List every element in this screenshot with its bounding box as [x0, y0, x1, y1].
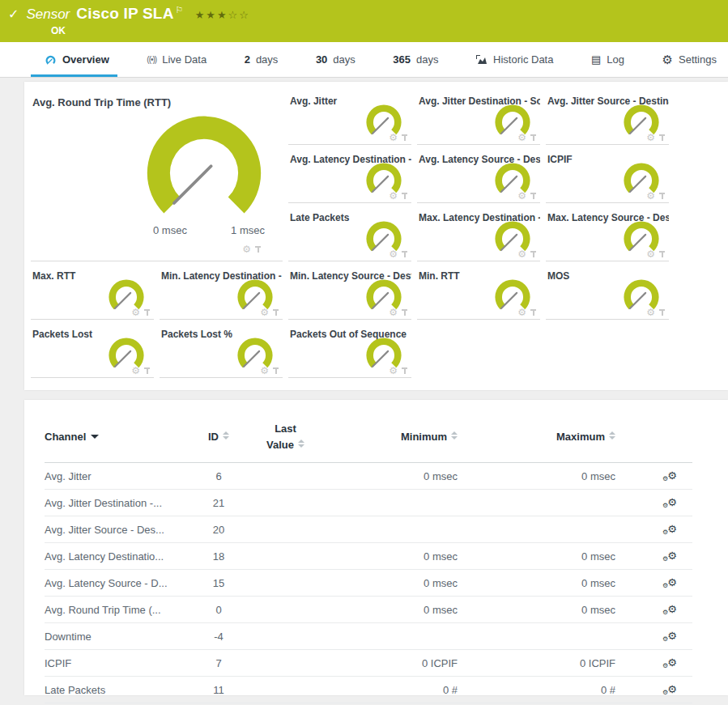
tab-bar: Overview ((•)) Live Data 2 days 30 days …	[0, 42, 728, 78]
sort-icon	[223, 431, 229, 440]
tab-settings[interactable]: ⚙ Settings	[662, 42, 717, 77]
tab-label: days	[416, 53, 438, 66]
priority-stars[interactable]: ★★★☆☆	[195, 9, 250, 21]
gear-icon[interactable]: ⚙	[389, 191, 398, 201]
gauge-tile[interactable]: Avg. Latency Source - Destin...⚙	[417, 150, 540, 203]
gear-icon[interactable]: ⚙	[646, 249, 655, 259]
gear-icon[interactable]: ⚙	[131, 366, 140, 376]
gear-icon[interactable]: ⚙	[260, 366, 269, 376]
gear-icon[interactable]: ⚙	[646, 308, 655, 317]
gauge-tile[interactable]: Avg. Latency Destination - So...⚙	[288, 150, 411, 203]
pin-icon[interactable]	[530, 250, 537, 258]
gear-icon[interactable]: ⚙	[646, 191, 655, 201]
pin-icon[interactable]	[143, 308, 151, 316]
edit-channel-gears-icon[interactable]: ⚙⚙	[662, 604, 677, 616]
gauge-title: Avg. Round Trip Time (RTT)	[31, 91, 283, 108]
gear-icon[interactable]: ⚙	[517, 308, 526, 317]
pin-icon[interactable]	[272, 308, 279, 316]
channel-last-value	[247, 570, 324, 597]
column-header-maximum[interactable]: Maximum	[458, 411, 615, 463]
gauge-tile[interactable]: Avg. Jitter Destination - Source⚙	[417, 91, 540, 145]
column-header-last-value[interactable]: Last Value	[247, 411, 324, 463]
channel-last-value	[247, 543, 324, 570]
edit-channel-gears-icon[interactable]: ⚙⚙	[662, 684, 677, 696]
pin-icon[interactable]	[530, 192, 537, 200]
edit-channel-gears-icon[interactable]: ⚙⚙	[662, 524, 677, 536]
pin-icon[interactable]	[530, 308, 537, 316]
gauge-tile[interactable]: Max. Latency Source - Destin...⚙	[546, 208, 669, 261]
pin-icon[interactable]	[658, 250, 666, 258]
column-header-channel[interactable]: Channel	[45, 411, 190, 463]
gauge-chart	[233, 275, 277, 312]
tab-overview[interactable]: Overview	[45, 42, 109, 77]
pin-icon[interactable]	[658, 192, 666, 200]
pin-icon[interactable]	[530, 134, 537, 142]
column-header-minimum[interactable]: Minimum	[324, 411, 458, 463]
pin-icon[interactable]	[254, 245, 262, 253]
historic-chart-icon	[476, 55, 487, 65]
channel-table-panel: Channel ID Last Value Minimum Maximum Av…	[24, 400, 728, 695]
channel-id: 15	[190, 570, 247, 597]
gauge-chart	[362, 275, 406, 312]
gear-icon[interactable]: ⚙	[389, 308, 398, 317]
gear-icon[interactable]: ⚙	[517, 249, 526, 259]
gear-icon[interactable]: ⚙	[242, 244, 251, 254]
tab-live-data[interactable]: ((•)) Live Data	[147, 42, 206, 77]
gear-icon[interactable]: ⚙	[517, 133, 526, 142]
gauge-tile[interactable]: Max. Latency Destination - So...⚙	[417, 208, 540, 261]
column-header-id[interactable]: ID	[190, 411, 247, 463]
gauge-tile-primary[interactable]: Avg. Round Trip Time (RTT) 0 msec 1 msec…	[31, 91, 283, 261]
gauges-panel: Avg. Round Trip Time (RTT) 0 msec 1 msec…	[24, 82, 728, 390]
tab-label: Log	[607, 53, 624, 66]
gear-icon[interactable]: ⚙	[389, 249, 398, 259]
gear-icon[interactable]: ⚙	[389, 366, 398, 376]
gear-icon[interactable]: ⚙	[646, 133, 655, 142]
pin-icon[interactable]	[272, 367, 279, 375]
channel-name: Downtime	[45, 623, 190, 650]
gauge-chart	[104, 333, 148, 370]
pin-icon[interactable]	[401, 250, 408, 258]
tab-2-days[interactable]: 2 days	[245, 42, 279, 77]
gauge-tile[interactable]: Min. RTT⚙	[417, 266, 540, 320]
pin-icon[interactable]	[401, 192, 408, 200]
gauge-tile[interactable]: Packets Lost %⚙	[160, 325, 283, 378]
gauge-chart	[619, 275, 663, 312]
pin-icon[interactable]	[658, 308, 666, 316]
gauge-tile[interactable]: ICPIF⚙	[546, 150, 669, 203]
tab-label: days	[256, 53, 278, 66]
gauge-tile[interactable]: Min. Latency Source - Destina...⚙	[288, 266, 411, 320]
gear-icon[interactable]: ⚙	[260, 308, 269, 317]
channel-maximum: 0 msec	[458, 463, 615, 490]
gauge-tile[interactable]: Packets Lost⚙	[31, 325, 154, 378]
edit-channel-gears-icon[interactable]: ⚙⚙	[662, 657, 677, 669]
pin-icon[interactable]	[658, 134, 666, 142]
gauge-tile[interactable]: Min. Latency Destination - So...⚙	[160, 266, 283, 320]
gauge-tile[interactable]: Avg. Jitter Source - Destination⚙	[546, 91, 669, 145]
edit-channel-gears-icon[interactable]: ⚙⚙	[662, 550, 677, 563]
gear-icon[interactable]: ⚙	[131, 308, 140, 317]
pin-icon[interactable]	[401, 367, 408, 375]
edit-channel-gears-icon[interactable]: ⚙⚙	[662, 577, 677, 589]
gauge-tile[interactable]: Max. RTT⚙	[31, 266, 154, 320]
edit-channel-gears-icon[interactable]: ⚙⚙	[662, 470, 677, 482]
edit-channel-gears-icon[interactable]: ⚙⚙	[662, 497, 677, 509]
gear-icon[interactable]: ⚙	[389, 133, 398, 142]
gauge-tile[interactable]: Late Packets⚙	[288, 208, 411, 261]
gauge-tile[interactable]: Avg. Jitter⚙	[288, 91, 411, 145]
gear-icon[interactable]: ⚙	[517, 191, 526, 201]
channel-minimum: 0 msec	[324, 463, 458, 490]
tab-365-days[interactable]: 365 days	[393, 42, 438, 77]
gauge-chart	[362, 333, 406, 370]
pin-icon[interactable]	[143, 367, 151, 375]
tab-log[interactable]: ▤ Log	[591, 42, 624, 77]
flag-icon[interactable]: ⚐	[176, 5, 184, 15]
gauge-tile[interactable]: Packets Out of Sequence⚙	[288, 325, 411, 378]
pin-icon[interactable]	[401, 134, 408, 142]
pin-icon[interactable]	[401, 308, 408, 316]
edit-channel-gears-icon[interactable]: ⚙⚙	[662, 631, 677, 643]
channel-minimum: 0 #	[324, 677, 458, 703]
tab-historic-data[interactable]: Historic Data	[476, 42, 553, 77]
gauge-chart	[491, 217, 534, 253]
tab-30-days[interactable]: 30 days	[316, 42, 355, 77]
gauge-tile[interactable]: MOS⚙	[546, 266, 669, 320]
